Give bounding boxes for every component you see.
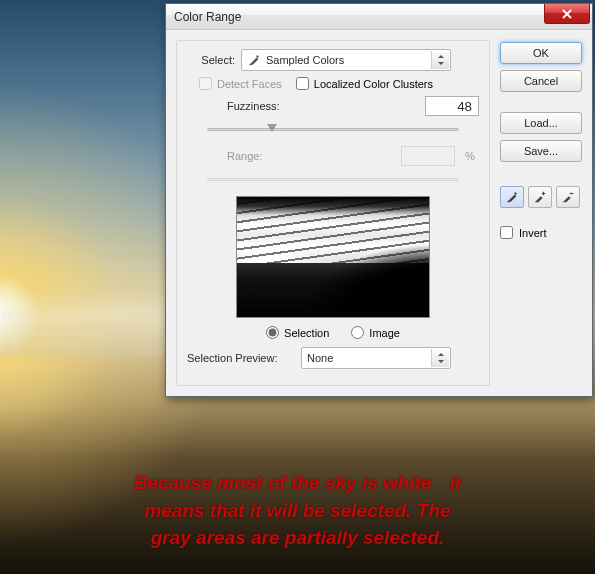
cancel-label: Cancel	[524, 75, 558, 87]
caption-line1b: it	[450, 472, 462, 493]
select-label: Select:	[187, 54, 235, 66]
save-button[interactable]: Save...	[500, 140, 582, 162]
close-icon	[562, 9, 572, 19]
selection-preview-select[interactable]: None	[301, 347, 451, 369]
dialog-left-column: Select: Sampled Colors	[176, 40, 490, 386]
radio-selection-input[interactable]	[266, 326, 279, 339]
invert-label: Invert	[519, 227, 547, 239]
eyedropper-minus-icon	[561, 190, 575, 204]
save-label: Save...	[524, 145, 558, 157]
select-dropdown-button[interactable]	[431, 51, 449, 69]
range-label: Range:	[227, 150, 391, 162]
selection-preview-value: None	[307, 352, 333, 364]
fuzziness-label: Fuzziness:	[227, 100, 415, 112]
selection-preview-label: Selection Preview:	[187, 352, 295, 364]
fuzziness-slider[interactable]	[207, 122, 459, 138]
eyedropper-add-tool[interactable]	[528, 186, 552, 208]
select-dropdown-button[interactable]	[431, 349, 449, 367]
selection-preview-image	[236, 196, 430, 318]
annotation-caption: Because most of the sky is whiteit means…	[0, 469, 595, 552]
caption-line1a: Because most of the sky is white	[134, 472, 432, 493]
dialog-titlebar[interactable]: Color Range	[166, 4, 592, 30]
preview-mode-selection[interactable]: Selection	[266, 326, 329, 339]
cancel-button[interactable]: Cancel	[500, 70, 582, 92]
color-range-dialog: Color Range Select: Sampled Colors	[165, 3, 593, 397]
eyedropper-icon	[247, 53, 261, 67]
range-unit: %	[465, 150, 479, 162]
localized-clusters-checkbox[interactable]: Localized Color Clusters	[296, 77, 433, 90]
slider-thumb[interactable]	[267, 124, 277, 132]
radio-image-label: Image	[369, 327, 400, 339]
eyedropper-tool[interactable]	[500, 186, 524, 208]
range-slider	[207, 172, 459, 188]
caption-line3: gray areas are partially selected.	[151, 527, 445, 548]
slider-track	[207, 178, 459, 181]
range-input	[401, 146, 455, 166]
radio-image-input[interactable]	[351, 326, 364, 339]
close-button[interactable]	[544, 4, 590, 24]
ok-label: OK	[533, 47, 549, 59]
select-value: Sampled Colors	[266, 54, 344, 66]
dialog-content: Select: Sampled Colors	[166, 30, 592, 396]
select-sampled-colors[interactable]: Sampled Colors	[241, 49, 451, 71]
updown-icon	[437, 55, 445, 65]
caption-line2: means that it will be selected. The	[144, 500, 450, 521]
load-button[interactable]: Load...	[500, 112, 582, 134]
detect-faces-input	[199, 77, 212, 90]
eyedropper-icon	[505, 190, 519, 204]
detect-faces-checkbox: Detect Faces	[199, 77, 282, 90]
detect-faces-label: Detect Faces	[217, 78, 282, 90]
eyedropper-subtract-tool[interactable]	[556, 186, 580, 208]
ok-button[interactable]: OK	[500, 42, 582, 64]
dialog-title: Color Range	[174, 10, 241, 24]
load-label: Load...	[524, 117, 558, 129]
invert-input[interactable]	[500, 226, 513, 239]
updown-icon	[437, 353, 445, 363]
radio-selection-label: Selection	[284, 327, 329, 339]
fuzziness-input[interactable]	[425, 96, 479, 116]
preview-mode-image[interactable]: Image	[351, 326, 400, 339]
invert-checkbox[interactable]: Invert	[500, 226, 582, 239]
dialog-right-column: OK Cancel Load... Save... Invert	[500, 40, 582, 386]
slider-track	[207, 128, 459, 131]
eyedropper-plus-icon	[533, 190, 547, 204]
localized-clusters-input[interactable]	[296, 77, 309, 90]
localized-clusters-label: Localized Color Clusters	[314, 78, 433, 90]
